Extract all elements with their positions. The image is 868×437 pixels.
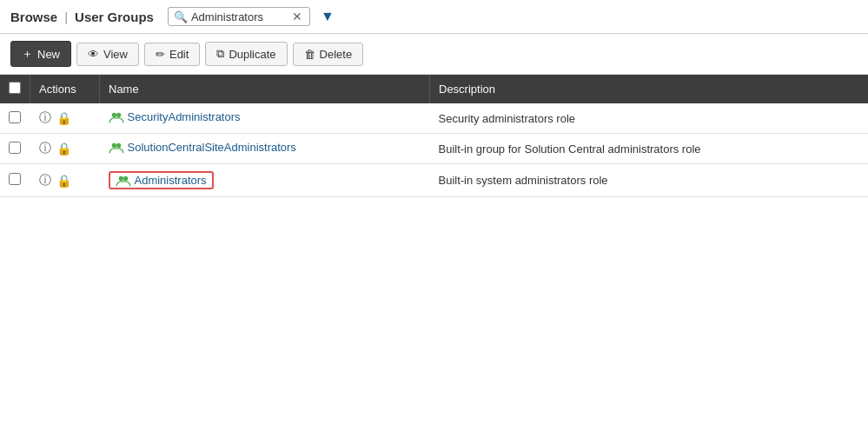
row-actions: ⓘ 🔒 [39,110,91,126]
name-link[interactable]: Administrators [116,174,207,187]
svg-point-5 [123,175,128,180]
col-checkbox [0,75,30,103]
lock-icon[interactable]: 🔒 [56,174,71,188]
duplicate-label: Duplicate [229,48,275,61]
view-label: View [103,48,128,61]
user-groups-table: Actions Name Description ⓘ 🔒 Secur [0,75,868,197]
name-link[interactable]: SecurityAdministrators [109,110,241,123]
row-name-text: SolutionCentralSiteAdministrators [128,141,296,154]
view-button[interactable]: 👁 View [76,43,139,66]
info-icon[interactable]: ⓘ [39,141,51,156]
row-name-cell: SecurityAdministrators [100,103,430,134]
breadcrumb-separator: | [64,10,68,24]
copy-icon: ⧉ [216,47,224,61]
row-actions-cell: ⓘ 🔒 [30,134,100,164]
row-description-cell: Built-in system administrators role [430,164,869,197]
row-checkbox-cell [0,103,30,134]
row-checkbox-cell [0,134,30,164]
new-label: New [37,48,60,61]
top-bar: Browse | User Groups 🔍 ✕ ▼ [0,0,868,34]
row-description-text: Built-in system administrators role [439,174,608,187]
delete-label: Delete [320,48,353,61]
trash-icon: 🗑 [304,48,315,61]
table-row: ⓘ 🔒 SolutionCentralSiteAdministrators Bu… [0,134,868,164]
eye-icon: 👁 [88,48,99,61]
breadcrumb-browse[interactable]: Browse [10,10,57,24]
col-actions-header: Actions [30,75,100,103]
row-name-cell: Administrators [100,164,430,197]
row-actions-cell: ⓘ 🔒 [30,103,100,134]
svg-point-1 [116,113,121,117]
row-checkbox[interactable] [9,111,21,123]
delete-button[interactable]: 🗑 Delete [293,43,364,66]
row-description-cell: Built-in group for Solution Central admi… [430,134,869,164]
row-actions: ⓘ 🔒 [39,141,91,156]
info-icon[interactable]: ⓘ [39,110,51,126]
group-icon [109,111,124,123]
duplicate-button[interactable]: ⧉ Duplicate [205,42,287,66]
row-checkbox-cell [0,164,30,197]
svg-point-3 [116,143,121,148]
row-name-text: SecurityAdministrators [128,110,241,123]
breadcrumb-user-groups[interactable]: User Groups [75,10,154,24]
toolbar: ＋ New 👁 View ✏ Edit ⧉ Duplicate 🗑 Delete [0,34,868,75]
svg-point-0 [111,113,116,117]
group-icon [109,142,124,154]
lock-icon[interactable]: 🔒 [56,142,71,156]
plus-icon: ＋ [22,46,33,62]
search-box: 🔍 ✕ [168,7,310,26]
name-link[interactable]: SolutionCentralSiteAdministrators [109,141,296,154]
row-name-cell: SolutionCentralSiteAdministrators [100,134,430,164]
table-row: ⓘ 🔒 Administrators Built-in system admin… [0,164,868,197]
table-row: ⓘ 🔒 SecurityAdministrators Security admi… [0,103,868,134]
filter-icon[interactable]: ▼ [321,9,335,24]
edit-label: Edit [169,48,189,61]
svg-point-2 [111,143,116,148]
search-icon: 🔍 [174,10,188,23]
row-checkbox[interactable] [9,173,21,185]
col-description-header: Description [430,75,869,103]
row-checkbox[interactable] [9,142,21,154]
select-all-checkbox[interactable] [9,82,21,94]
info-icon[interactable]: ⓘ [39,173,51,189]
group-icon [116,175,131,187]
row-description-cell: Security administrators role [430,103,869,134]
row-actions-cell: ⓘ 🔒 [30,164,100,197]
table-container: Actions Name Description ⓘ 🔒 Secur [0,75,868,197]
new-button[interactable]: ＋ New [10,41,71,67]
edit-button[interactable]: ✏ Edit [144,43,200,66]
col-name-header: Name [100,75,430,103]
clear-search-button[interactable]: ✕ [290,10,304,23]
svg-point-4 [118,175,123,180]
row-description-text: Built-in group for Solution Central admi… [439,142,701,156]
name-highlighted-box: Administrators [109,171,214,189]
row-name-text: Administrators [135,174,207,187]
lock-icon[interactable]: 🔒 [56,111,71,125]
search-input[interactable] [191,10,287,23]
row-actions: ⓘ 🔒 [39,173,91,189]
row-description-text: Security administrators role [439,112,576,125]
pencil-icon: ✏ [156,48,165,61]
